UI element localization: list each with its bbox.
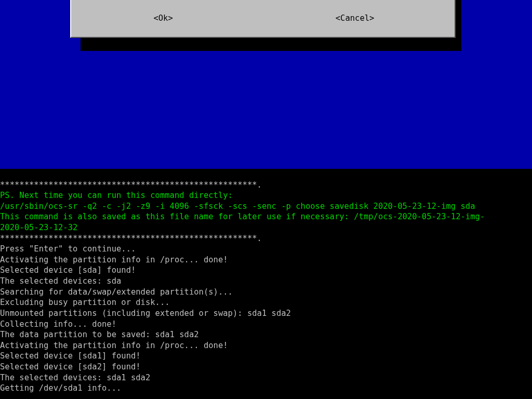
- ok-button[interactable]: <Ok>: [71, 13, 255, 24]
- log-line: Activating the partition info in /proc..…: [0, 341, 228, 350]
- hint-line: PS. Next time you can run this command d…: [0, 191, 233, 200]
- log-line: Press "Enter" to continue...: [0, 244, 136, 254]
- saved-file-line-2: 2020-05-23-12-32: [0, 223, 77, 232]
- terminal-output: ****************************************…: [0, 169, 532, 399]
- log-line: The selected devices: sda: [0, 276, 121, 286]
- saved-file-line-1: This command is also saved as this file …: [0, 212, 485, 221]
- log-line: The selected devices: sda1 sda2: [0, 373, 150, 382]
- log-line: Excluding busy partition or disk...: [0, 298, 170, 307]
- dialog-backdrop: <Ok> <Cancel>: [0, 0, 532, 169]
- cancel-button[interactable]: <Cancel>: [255, 13, 455, 24]
- log-line: Searching for data/swap/extended partiti…: [0, 287, 233, 297]
- command-line: /usr/sbin/ocs-sr -q2 -c -j2 -z9 -i 4096 …: [0, 202, 475, 211]
- separator-line: ****************************************…: [0, 234, 262, 243]
- log-line: Collecting info... done!: [0, 320, 116, 329]
- log-line: Getting /dev/sda1 info...: [0, 383, 121, 393]
- dialog-box: <Ok> <Cancel>: [70, 0, 456, 38]
- log-line: Unmounted partitions (including extended…: [0, 309, 291, 318]
- log-line: The data partition to be saved: sda1 sda…: [0, 330, 199, 339]
- log-line: Selected device [sda2] found!: [0, 362, 141, 371]
- log-line: Selected device [sda] found!: [0, 265, 136, 275]
- separator-line: ****************************************…: [0, 180, 262, 190]
- log-line: Selected device [sda1] found!: [0, 351, 141, 361]
- log-line: Activating the partition info in /proc..…: [0, 255, 228, 264]
- dialog-button-row: <Ok> <Cancel>: [71, 13, 455, 24]
